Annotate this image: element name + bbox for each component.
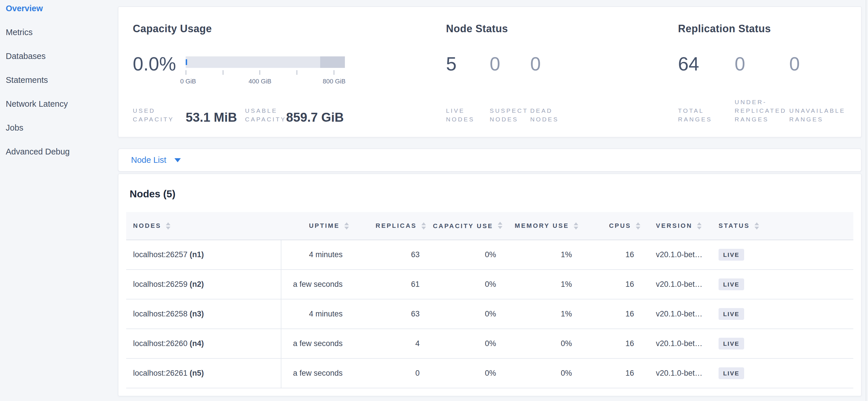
- version-value: v20.1.0-bet…: [656, 250, 703, 259]
- cpus-value: 16: [625, 250, 634, 259]
- memory-use-cell: 0%: [505, 329, 581, 359]
- axis-tick: [186, 70, 186, 75]
- memory-use-value: 1%: [561, 250, 572, 259]
- memory-use-cell: 1%: [505, 299, 581, 329]
- replication-status-section: Replication Status 64TOTAL RANGES0UNDER-…: [678, 23, 847, 124]
- status-badge: LIVE: [718, 338, 744, 349]
- uptime-cell: 4 minutes: [281, 299, 352, 329]
- version-value: v20.1.0-bet…: [656, 310, 703, 318]
- uptime-cell: a few seconds: [281, 269, 352, 299]
- uptime-cell: a few seconds: [281, 329, 352, 359]
- used-capacity-value: 53.1 MiB: [186, 111, 237, 124]
- sort-icon: [166, 222, 170, 230]
- column-header-cpus[interactable]: CPUS: [581, 212, 643, 240]
- node-id: (n2): [190, 280, 204, 289]
- capacity-use-value: 0%: [485, 310, 496, 318]
- sidebar-item-network-latency[interactable]: Network Latency: [6, 99, 68, 109]
- cpus-value: 16: [625, 369, 634, 377]
- status-cell: LIVE: [711, 299, 853, 329]
- column-header-nodes[interactable]: NODES: [126, 212, 281, 240]
- main-content: Capacity Usage 0.0% 0 GiB 40: [118, 6, 862, 396]
- node-id: (n4): [190, 339, 204, 348]
- node-status-title: Node Status: [446, 23, 678, 35]
- node-address-cell: localhost:26258 (n3): [126, 299, 281, 329]
- column-header-label: NODES: [133, 222, 161, 230]
- node-list-dropdown-label: Node List: [131, 155, 166, 165]
- stat-under-replicated-ranges: 0UNDER-REPLICATED RANGES: [735, 54, 789, 124]
- stat-value: 0: [530, 54, 576, 74]
- node-address[interactable]: localhost:26260: [133, 339, 187, 348]
- memory-use-cell: 1%: [505, 240, 581, 269]
- stat-live-nodes: 5LIVE NODES: [446, 54, 490, 124]
- cluster-summary-card: Capacity Usage 0.0% 0 GiB 40: [118, 6, 862, 138]
- stat-label: DEAD NODES: [530, 107, 576, 124]
- capacity-bar-used: [186, 59, 187, 65]
- cpus-cell: 16: [581, 329, 643, 359]
- cpus-value: 16: [625, 310, 634, 318]
- axis-tick: [297, 70, 297, 75]
- node-address[interactable]: localhost:26257: [133, 250, 187, 259]
- table-row: localhost:26259 (n2)a few seconds610%1%1…: [126, 269, 853, 299]
- node-address[interactable]: localhost:26258: [133, 310, 187, 318]
- status-cell: LIVE: [711, 329, 853, 359]
- uptime-cell: a few seconds: [281, 359, 352, 388]
- column-header-label: UPTIME: [309, 222, 340, 230]
- status-cell: LIVE: [711, 359, 853, 388]
- sort-icon: [754, 222, 759, 230]
- column-header-label: MEMORY USE: [515, 222, 569, 230]
- status-badge: LIVE: [718, 308, 744, 320]
- node-id: (n3): [190, 310, 204, 318]
- axis-label: 400 GiB: [249, 78, 272, 85]
- table-row: localhost:26258 (n3)4 minutes630%1%16v20…: [126, 299, 853, 329]
- stat-value: 0: [789, 54, 847, 74]
- replicas-value: 4: [415, 339, 420, 348]
- column-header-replicas[interactable]: REPLICAS: [352, 212, 429, 240]
- version-cell: v20.1.0-bet…: [643, 240, 711, 269]
- node-list-dropdown[interactable]: Node List: [118, 148, 862, 172]
- stat-label: UNDER-REPLICATED RANGES: [735, 98, 789, 124]
- version-cell: v20.1.0-bet…: [643, 329, 711, 359]
- version-cell: v20.1.0-bet…: [643, 299, 711, 329]
- sidebar-item-databases[interactable]: Databases: [6, 51, 46, 61]
- sidebar-item-statements[interactable]: Statements: [6, 75, 48, 85]
- column-header-version[interactable]: VERSION: [643, 212, 711, 240]
- capacity-axis: 0 GiB 400 GiB 800 GiB: [186, 68, 345, 91]
- cpus-cell: 16: [581, 269, 643, 299]
- stat-label: TOTAL RANGES: [678, 107, 735, 124]
- capacity-use-value: 0%: [485, 280, 496, 289]
- sort-icon: [574, 222, 578, 230]
- column-header-memory-use[interactable]: MEMORY USE: [505, 212, 581, 240]
- status-badge: LIVE: [718, 249, 744, 261]
- sidebar-item-metrics[interactable]: Metrics: [6, 27, 32, 37]
- memory-use-value: 0%: [561, 369, 572, 377]
- column-header-status[interactable]: STATUS: [711, 212, 853, 240]
- column-header-label: STATUS: [718, 222, 750, 230]
- sidebar-item-jobs[interactable]: Jobs: [6, 123, 23, 133]
- capacity-use-cell: 0%: [429, 240, 505, 269]
- replicas-value: 0: [415, 369, 420, 377]
- column-header-label: CPUS: [609, 222, 631, 230]
- table-row: localhost:26257 (n1)4 minutes630%1%16v20…: [126, 240, 853, 269]
- sidebar-item-overview[interactable]: Overview: [6, 3, 43, 13]
- capacity-use-value: 0%: [485, 339, 496, 348]
- memory-use-cell: 0%: [505, 359, 581, 388]
- cpus-value: 16: [625, 339, 634, 348]
- node-status-section: Node Status 5LIVE NODES0SUSPECT NODES0DE…: [446, 23, 678, 124]
- capacity-used-percent: 0.0%: [133, 54, 176, 74]
- version-value: v20.1.0-bet…: [656, 339, 703, 348]
- nodes-card: Nodes (5) NODESUPTIMEREPLICASCAPACITY US…: [118, 173, 862, 396]
- column-header-capacity-use[interactable]: CAPACITY USE: [429, 212, 505, 240]
- node-address[interactable]: localhost:26261: [133, 369, 187, 377]
- uptime-value: 4 minutes: [309, 250, 343, 259]
- column-header-uptime[interactable]: UPTIME: [281, 212, 352, 240]
- cpus-cell: 16: [581, 299, 643, 329]
- sort-icon: [498, 222, 502, 229]
- usable-capacity-value: 859.7 GiB: [286, 111, 344, 124]
- stat-unavailable-ranges: 0UNAVAILABLE RANGES: [789, 54, 847, 124]
- capacity-use-value: 0%: [485, 250, 496, 259]
- version-value: v20.1.0-bet…: [656, 369, 703, 377]
- nodes-table: NODESUPTIMEREPLICASCAPACITY USEMEMORY US…: [126, 212, 853, 388]
- status-cell: LIVE: [711, 269, 853, 299]
- sidebar-item-advanced-debug[interactable]: Advanced Debug: [6, 147, 70, 156]
- node-address[interactable]: localhost:26259: [133, 280, 187, 289]
